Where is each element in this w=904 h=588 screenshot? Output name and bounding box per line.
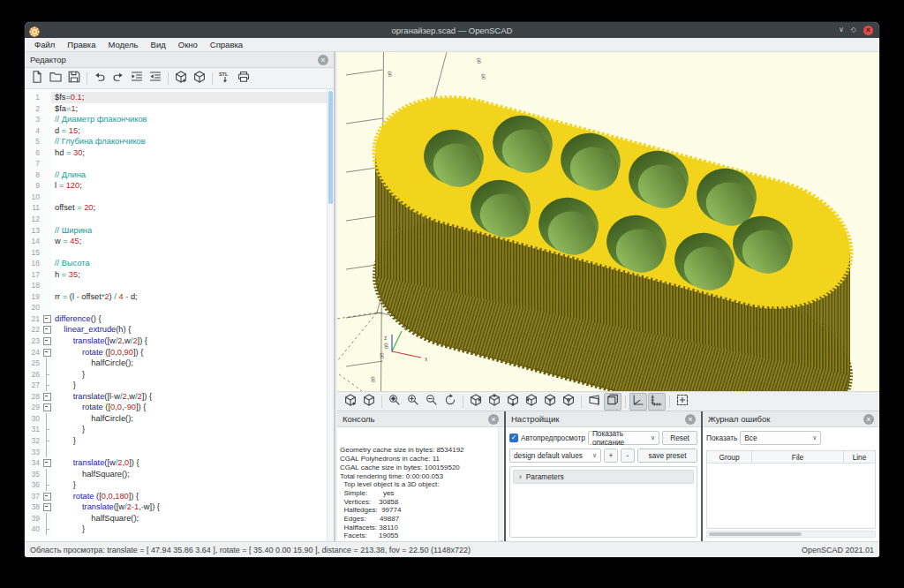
code-line[interactable]: 40 } bbox=[25, 524, 334, 535]
code-line[interactable]: 14w = 45; bbox=[25, 236, 334, 247]
menu-item-Файл[interactable]: Файл bbox=[28, 40, 61, 49]
menu-item-Правка[interactable]: Правка bbox=[61, 40, 102, 49]
export-stl-button[interactable]: STL bbox=[216, 70, 234, 87]
code-line[interactable]: 7 bbox=[25, 158, 334, 170]
code-line[interactable]: 20 bbox=[25, 302, 334, 313]
code-line[interactable]: 16// Высота bbox=[25, 258, 334, 269]
show-axes-button[interactable] bbox=[629, 393, 647, 411]
code-line[interactable]: 1$fs=0.1; bbox=[25, 92, 334, 103]
redo-button[interactable] bbox=[109, 70, 127, 87]
code-line[interactable]: 37 rotate ([0,0,180]) { bbox=[25, 491, 334, 502]
open-folder-button[interactable] bbox=[47, 70, 64, 87]
error-column-line[interactable]: Line bbox=[844, 450, 876, 464]
code-line[interactable]: 25 halfCircle(); bbox=[25, 358, 334, 369]
new-file-button[interactable] bbox=[28, 70, 46, 87]
code-line[interactable]: 36 } bbox=[25, 479, 334, 491]
indent-button[interactable] bbox=[128, 70, 146, 87]
code-line[interactable]: 26 } bbox=[25, 369, 334, 381]
fold-marker[interactable] bbox=[42, 501, 51, 513]
preview-button[interactable] bbox=[342, 393, 359, 411]
minimize-icon[interactable]: ∨ bbox=[839, 26, 844, 34]
menu-item-Вид[interactable]: Вид bbox=[145, 40, 172, 49]
maximize-icon[interactable]: ◇ bbox=[851, 26, 856, 34]
undo-button[interactable] bbox=[91, 70, 109, 87]
fold-marker[interactable] bbox=[42, 335, 51, 347]
save-preset-button[interactable]: save preset bbox=[637, 449, 697, 463]
view-right-button[interactable] bbox=[467, 393, 485, 411]
error-column-file[interactable]: File bbox=[752, 450, 844, 464]
save-button[interactable] bbox=[65, 70, 83, 87]
show-crosshairs-button[interactable] bbox=[674, 393, 691, 411]
code-line[interactable]: 30 halfCircle(); bbox=[25, 413, 334, 425]
console-scrollbar[interactable] bbox=[498, 427, 504, 541]
remove-preset-button[interactable]: - bbox=[621, 449, 635, 463]
window-close-icon[interactable]: × bbox=[863, 26, 873, 35]
console-close-icon[interactable]: × bbox=[488, 414, 499, 425]
code-line[interactable]: 4d = 15; bbox=[25, 125, 334, 137]
preview-button[interactable] bbox=[172, 70, 190, 87]
fold-marker[interactable] bbox=[42, 457, 51, 469]
view-all-button[interactable] bbox=[386, 393, 403, 411]
editor-scrollbar[interactable] bbox=[327, 89, 334, 541]
reset-view-button[interactable] bbox=[441, 393, 459, 411]
code-line[interactable]: 34 translate([w/2,0]) { bbox=[25, 457, 334, 469]
code-line[interactable]: 27 } bbox=[25, 380, 334, 391]
code-line[interactable]: 10 bbox=[25, 192, 334, 203]
view-top-button[interactable] bbox=[486, 393, 503, 411]
zoom-in-button[interactable] bbox=[404, 393, 422, 411]
orthogonal-button[interactable] bbox=[604, 393, 622, 411]
parameters-group[interactable]: › Parameters bbox=[513, 470, 694, 484]
code-line[interactable]: 8// Длина bbox=[25, 170, 334, 181]
reset-button[interactable]: Reset bbox=[662, 431, 697, 445]
code-line[interactable]: 18 bbox=[25, 280, 334, 291]
code-line[interactable]: 3// Диаметр флакончиков bbox=[25, 114, 334, 125]
code-line[interactable]: 39 halfSquare(); bbox=[25, 513, 334, 524]
code-line[interactable]: 35 halfSquare(); bbox=[25, 469, 334, 480]
show-scale-markers-button[interactable] bbox=[648, 393, 666, 411]
add-preset-button[interactable]: + bbox=[604, 449, 618, 463]
filter-select[interactable]: Все ∨ bbox=[740, 431, 821, 445]
code-line[interactable]: 24 rotate ([0,0,90]) { bbox=[25, 347, 334, 358]
code-line[interactable]: 21difference() { bbox=[25, 313, 334, 325]
error-column-group[interactable]: Group bbox=[706, 450, 752, 464]
view-front-button[interactable] bbox=[541, 393, 559, 411]
error-table-hscrollbar-thumb[interactable] bbox=[709, 532, 802, 536]
perspective-button[interactable] bbox=[585, 393, 603, 411]
preset-select[interactable]: design default values ∨ bbox=[509, 449, 601, 463]
code-line[interactable]: 28 translate([l-w/2,w/2]) { bbox=[25, 391, 334, 403]
render-button[interactable] bbox=[360, 393, 378, 411]
view-bottom-button[interactable] bbox=[504, 393, 522, 411]
autopreview-checkbox[interactable]: ✓ bbox=[509, 433, 518, 442]
fold-marker[interactable] bbox=[42, 391, 51, 403]
code-editor[interactable]: 1$fs=0.1;2$fa=1;3// Диаметр флакончиков4… bbox=[25, 89, 334, 541]
code-line[interactable]: 12 bbox=[25, 214, 334, 225]
menu-item-Модель[interactable]: Модель bbox=[102, 40, 144, 49]
zoom-out-button[interactable] bbox=[423, 393, 441, 411]
error-log-close-icon[interactable]: × bbox=[863, 414, 874, 425]
editor-scrollbar-thumb[interactable] bbox=[328, 91, 333, 204]
code-line[interactable]: 5// Глубина флакончиков bbox=[25, 136, 334, 147]
fold-marker[interactable] bbox=[42, 313, 51, 325]
code-line[interactable]: 9l = 120; bbox=[25, 180, 334, 192]
code-line[interactable]: 22 linear_extrude(h) { bbox=[25, 324, 334, 335]
code-line[interactable]: 29 rotate ([0,0,-90]) { bbox=[25, 402, 334, 413]
code-line[interactable]: 23 translate([w/2,w/2]) { bbox=[25, 335, 334, 347]
print-button[interactable] bbox=[235, 70, 252, 87]
console-output[interactable]: Geometry cache size in bytes: 8534192CGA… bbox=[337, 427, 504, 541]
code-line[interactable]: 33 bbox=[25, 447, 334, 458]
editor-close-icon[interactable]: × bbox=[318, 55, 328, 65]
error-table-hscrollbar[interactable] bbox=[706, 531, 876, 538]
code-line[interactable]: 32 } bbox=[25, 435, 334, 447]
code-line[interactable]: 31 } bbox=[25, 424, 334, 435]
error-table-body[interactable] bbox=[706, 464, 876, 529]
code-line[interactable]: 38 translate([w/2-1,-w]) { bbox=[25, 501, 334, 513]
menu-item-Справка[interactable]: Справка bbox=[204, 40, 249, 49]
model-organizer[interactable] bbox=[358, 79, 867, 392]
fold-marker[interactable] bbox=[42, 347, 51, 358]
titlebar[interactable]: органайзер.scad — OpenSCAD ∨ ◇ × bbox=[25, 22, 879, 38]
code-line[interactable]: 19rr = (l - offset*2) / 4 - d; bbox=[25, 291, 334, 303]
code-line[interactable]: 6hd = 30; bbox=[25, 147, 334, 159]
code-line[interactable]: 13// Ширина bbox=[25, 225, 334, 237]
unindent-button[interactable] bbox=[147, 70, 164, 87]
customizer-close-icon[interactable]: × bbox=[685, 414, 696, 425]
